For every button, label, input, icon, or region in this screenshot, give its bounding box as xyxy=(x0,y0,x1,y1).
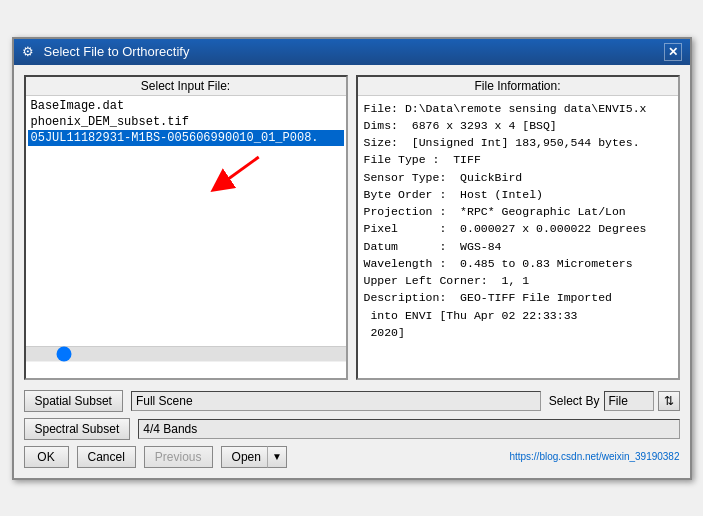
open-dropdown-arrow[interactable]: ▼ xyxy=(267,446,287,468)
open-button[interactable]: Open xyxy=(221,446,267,468)
open-dropdown: Open ▼ xyxy=(221,446,287,468)
horizontal-scrollbar-row xyxy=(26,346,346,362)
spectral-subset-row: Spectral Subset 4/4 Bands xyxy=(24,418,680,440)
select-by-value: File xyxy=(604,391,654,411)
ok-button[interactable]: OK xyxy=(24,446,69,468)
file-list-item[interactable]: BaseImage.dat xyxy=(28,98,344,114)
file-info-text: File: D:\Data\remote sensing data\ENVI5.… xyxy=(358,96,678,378)
spatial-subset-button[interactable]: Spatial Subset xyxy=(24,390,123,412)
spectral-subset-value: 4/4 Bands xyxy=(138,419,679,439)
dialog-body: Select Input File: BaseImage.datphoenix_… xyxy=(14,65,690,478)
spatial-subset-value: Full Scene xyxy=(131,391,541,411)
sort-button[interactable]: ⇅ xyxy=(658,391,680,411)
left-panel: Select Input File: BaseImage.datphoenix_… xyxy=(24,75,348,380)
file-list[interactable]: BaseImage.datphoenix_DEM_subset.tif05JUL… xyxy=(26,96,346,346)
dialog-icon: ⚙ xyxy=(22,44,38,60)
spectral-subset-button[interactable]: Spectral Subset xyxy=(24,418,131,440)
file-list-item[interactable]: 05JUL11182931-M1BS-005606990010_01_P008. xyxy=(28,130,344,146)
panels-row: Select Input File: BaseImage.datphoenix_… xyxy=(24,75,680,380)
right-panel-label: File Information: xyxy=(358,77,678,96)
select-by-row: Select By File ⇅ xyxy=(549,391,680,411)
bottom-buttons-row: OK Cancel Previous Open ▼ https://blog.c… xyxy=(24,446,680,468)
file-list-item[interactable]: phoenix_DEM_subset.tif xyxy=(28,114,344,130)
left-panel-label: Select Input File: xyxy=(26,77,346,96)
watermark-link[interactable]: https://blog.csdn.net/weixin_39190382 xyxy=(509,451,679,462)
close-button[interactable]: ✕ xyxy=(664,43,682,61)
title-bar: ⚙ Select File to Orthorectify ✕ xyxy=(14,39,690,65)
select-by-label: Select By xyxy=(549,394,600,408)
dialog-title: Select File to Orthorectify xyxy=(44,44,190,59)
cancel-button[interactable]: Cancel xyxy=(77,446,136,468)
previous-button[interactable]: Previous xyxy=(144,446,213,468)
spatial-subset-row: Spatial Subset Full Scene Select By File… xyxy=(24,390,680,412)
right-panel: File Information: File: D:\Data\remote s… xyxy=(356,75,680,380)
horizontal-scrollbar[interactable] xyxy=(26,347,346,361)
dialog-window: ⚙ Select File to Orthorectify ✕ Select I… xyxy=(12,37,692,480)
title-bar-left: ⚙ Select File to Orthorectify xyxy=(22,44,190,60)
